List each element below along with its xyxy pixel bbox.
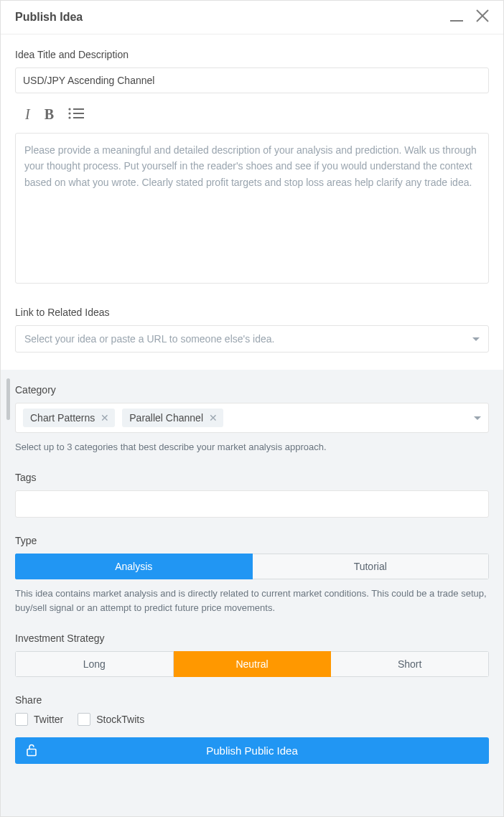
title-description-section: Idea Title and Description I B Link to R…: [1, 34, 503, 370]
checkbox-icon: [78, 713, 90, 726]
category-chip: Parallel Channel✕: [122, 408, 223, 427]
chip-remove-icon[interactable]: ✕: [209, 412, 218, 424]
idea-title-input[interactable]: [15, 67, 489, 93]
related-ideas-dropdown[interactable]: Select your idea or paste a URL to someo…: [15, 325, 489, 353]
publish-button-label: Publish Public Idea: [206, 744, 298, 757]
share-option-label: StockTwits: [96, 714, 144, 725]
category-chip: Chart Patterns✕: [23, 408, 115, 427]
chip-remove-icon[interactable]: ✕: [101, 412, 109, 424]
close-icon: [476, 9, 489, 22]
type-label: Type: [15, 535, 489, 546]
share-options: TwitterStockTwits: [15, 713, 489, 726]
tags-input[interactable]: [15, 490, 489, 518]
share-twitter-checkbox[interactable]: Twitter: [15, 713, 63, 726]
publish-button[interactable]: Publish Public Idea: [15, 737, 489, 764]
chevron-down-icon: [474, 416, 481, 420]
bold-icon[interactable]: B: [45, 106, 54, 123]
close-button[interactable]: [476, 9, 489, 25]
idea-description-textarea[interactable]: [15, 133, 489, 284]
checkbox-icon: [15, 713, 28, 726]
bullet-list-icon[interactable]: [68, 107, 84, 123]
type-segment-group: AnalysisTutorial: [15, 554, 489, 579]
type-helper: This idea contains market analysis and i…: [15, 587, 489, 615]
share-option-label: Twitter: [34, 714, 63, 725]
category-helper: Select up to 3 categories that best desc…: [15, 440, 489, 454]
editor-toolbar: I B: [15, 93, 489, 133]
unlock-icon: [25, 742, 39, 759]
minimize-button[interactable]: [450, 13, 463, 22]
type-option-analysis[interactable]: Analysis: [15, 554, 253, 579]
svg-point-6: [68, 116, 70, 118]
svg-point-2: [68, 108, 70, 110]
strategy-segment-group: LongNeutralShort: [15, 651, 489, 677]
strategy-option-neutral[interactable]: Neutral: [174, 651, 332, 677]
italic-icon[interactable]: I: [25, 106, 30, 123]
share-stocktwits-checkbox[interactable]: StockTwits: [78, 713, 144, 726]
category-chip-label: Parallel Channel: [129, 412, 203, 424]
category-label: Category: [15, 384, 489, 396]
strategy-label: Investment Strategy: [15, 632, 489, 644]
metadata-section: Category Chart Patterns✕Parallel Channel…: [1, 370, 503, 816]
related-ideas-label: Link to Related Ideas: [15, 307, 489, 318]
dialog-header: Publish Idea: [1, 1, 503, 34]
idea-title-label: Idea Title and Description: [15, 49, 489, 60]
svg-point-4: [68, 112, 70, 114]
category-chips: Chart Patterns✕Parallel Channel✕: [23, 408, 223, 427]
window-controls: [450, 9, 489, 25]
related-ideas-placeholder: Select your idea or paste a URL to someo…: [24, 333, 274, 345]
publish-idea-dialog: Publish Idea Idea Title and Description …: [0, 0, 504, 817]
chevron-down-icon: [472, 337, 480, 341]
category-select[interactable]: Chart Patterns✕Parallel Channel✕: [15, 403, 489, 433]
category-chip-label: Chart Patterns: [30, 412, 95, 424]
tags-label: Tags: [15, 472, 489, 483]
dialog-title: Publish Idea: [15, 11, 83, 24]
type-option-tutorial[interactable]: Tutorial: [253, 554, 490, 579]
strategy-option-short[interactable]: Short: [331, 651, 489, 677]
share-label: Share: [15, 694, 489, 706]
strategy-option-long[interactable]: Long: [15, 651, 174, 677]
minimize-icon: [450, 20, 463, 22]
